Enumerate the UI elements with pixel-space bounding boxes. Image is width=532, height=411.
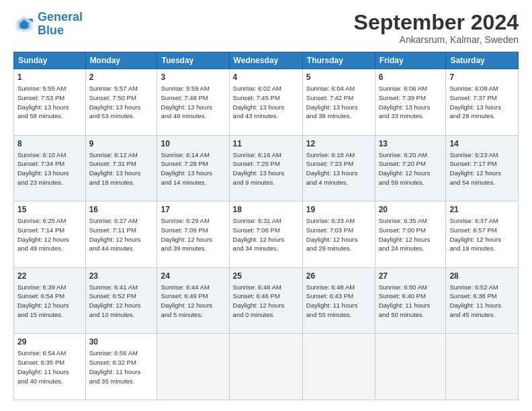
calendar-day-cell: 5Sunrise: 6:04 AM Sunset: 7:42 PM Daylig… [302, 69, 375, 136]
day-number: 28 [449, 271, 515, 282]
day-info: Sunrise: 5:59 AM Sunset: 7:48 PM Dayligh… [161, 84, 225, 121]
day-info: Sunrise: 6:52 AM Sunset: 6:38 PM Dayligh… [449, 283, 515, 320]
day-number: 19 [306, 204, 371, 216]
day-number: 18 [233, 204, 299, 216]
day-number: 29 [17, 336, 82, 348]
header-friday: Friday [375, 52, 446, 69]
calendar-day-cell: 28Sunrise: 6:52 AM Sunset: 6:38 PM Dayli… [446, 267, 519, 334]
calendar-day-cell: 2Sunrise: 5:57 AM Sunset: 7:50 PM Daylig… [85, 69, 157, 136]
day-info: Sunrise: 6:29 AM Sunset: 7:09 PM Dayligh… [161, 216, 225, 253]
header-saturday: Saturday [446, 52, 519, 69]
day-info: Sunrise: 6:37 AM Sunset: 6:57 PM Dayligh… [449, 216, 515, 253]
calendar-day-cell: 16Sunrise: 6:27 AM Sunset: 7:11 PM Dayli… [85, 201, 157, 268]
day-number: 22 [17, 271, 82, 282]
header-tuesday: Tuesday [157, 52, 229, 69]
calendar-day-cell: 30Sunrise: 6:56 AM Sunset: 6:32 PM Dayli… [85, 334, 157, 400]
day-number: 12 [306, 138, 371, 150]
calendar-day-cell: 3Sunrise: 5:59 AM Sunset: 7:48 PM Daylig… [157, 69, 229, 136]
calendar-day-cell: 10Sunrise: 6:14 AM Sunset: 7:28 PM Dayli… [157, 135, 229, 201]
day-info: Sunrise: 6:08 AM Sunset: 7:37 PM Dayligh… [449, 84, 515, 121]
day-number: 30 [89, 336, 154, 348]
day-info: Sunrise: 6:18 AM Sunset: 7:23 PM Dayligh… [306, 150, 371, 187]
logo-line2: Blue [38, 24, 64, 37]
day-info: Sunrise: 6:14 AM Sunset: 7:28 PM Dayligh… [161, 150, 225, 187]
calendar-week-row: 22Sunrise: 6:39 AM Sunset: 6:54 PM Dayli… [14, 267, 519, 334]
day-number: 21 [449, 204, 515, 216]
day-info: Sunrise: 6:56 AM Sunset: 6:32 PM Dayligh… [89, 349, 154, 385]
day-info: Sunrise: 6:16 AM Sunset: 7:25 PM Dayligh… [233, 150, 299, 187]
month-title: September 2024 [354, 11, 519, 34]
calendar-week-row: 8Sunrise: 6:10 AM Sunset: 7:34 PM Daylig… [14, 135, 519, 201]
day-number: 27 [379, 271, 443, 282]
location: Ankarsrum, Kalmar, Sweden [354, 34, 519, 45]
header-thursday: Thursday [302, 52, 375, 69]
day-number: 2 [89, 72, 154, 83]
calendar-day-cell: 11Sunrise: 6:16 AM Sunset: 7:25 PM Dayli… [229, 135, 302, 201]
day-number: 20 [379, 204, 443, 216]
calendar-day-cell: 20Sunrise: 6:35 AM Sunset: 7:00 PM Dayli… [375, 201, 446, 268]
day-info: Sunrise: 6:39 AM Sunset: 6:54 PM Dayligh… [17, 283, 82, 320]
calendar-day-cell: 25Sunrise: 6:46 AM Sunset: 6:46 PM Dayli… [229, 267, 302, 334]
logo-icon [13, 13, 35, 35]
calendar-day-cell: 19Sunrise: 6:33 AM Sunset: 7:03 PM Dayli… [302, 201, 375, 268]
day-info: Sunrise: 6:23 AM Sunset: 7:17 PM Dayligh… [449, 150, 515, 187]
calendar-day-cell: 12Sunrise: 6:18 AM Sunset: 7:23 PM Dayli… [302, 135, 375, 201]
calendar-week-row: 29Sunrise: 6:54 AM Sunset: 6:35 PM Dayli… [14, 334, 519, 400]
calendar-table: Sunday Monday Tuesday Wednesday Thursday… [13, 52, 519, 400]
logo: General Blue [13, 11, 83, 38]
weekday-header-row: Sunday Monday Tuesday Wednesday Thursday… [14, 52, 519, 69]
day-number: 17 [161, 204, 225, 216]
calendar-day-cell [302, 334, 375, 400]
day-number: 24 [161, 271, 225, 282]
day-number: 1 [17, 72, 82, 83]
day-info: Sunrise: 6:41 AM Sunset: 6:52 PM Dayligh… [89, 283, 154, 320]
calendar-week-row: 15Sunrise: 6:25 AM Sunset: 7:14 PM Dayli… [14, 201, 519, 268]
header: General Blue September 2024 Ankarsrum, K… [13, 11, 519, 45]
day-info: Sunrise: 6:33 AM Sunset: 7:03 PM Dayligh… [306, 216, 371, 253]
day-number: 16 [89, 204, 154, 216]
calendar-day-cell: 24Sunrise: 6:44 AM Sunset: 6:49 PM Dayli… [157, 267, 229, 334]
day-number: 3 [161, 72, 225, 83]
day-number: 5 [306, 72, 371, 83]
day-number: 7 [449, 72, 515, 83]
day-info: Sunrise: 6:31 AM Sunset: 7:06 PM Dayligh… [233, 216, 299, 253]
day-info: Sunrise: 6:06 AM Sunset: 7:39 PM Dayligh… [379, 84, 443, 121]
title-block: September 2024 Ankarsrum, Kalmar, Sweden [354, 11, 519, 45]
calendar-day-cell: 18Sunrise: 6:31 AM Sunset: 7:06 PM Dayli… [229, 201, 302, 268]
day-number: 25 [233, 271, 299, 282]
calendar-day-cell: 6Sunrise: 6:06 AM Sunset: 7:39 PM Daylig… [375, 69, 446, 136]
day-info: Sunrise: 6:12 AM Sunset: 7:31 PM Dayligh… [89, 150, 154, 187]
calendar-day-cell [375, 334, 446, 400]
day-number: 4 [233, 72, 299, 83]
day-info: Sunrise: 6:50 AM Sunset: 6:40 PM Dayligh… [379, 283, 443, 320]
calendar-day-cell: 22Sunrise: 6:39 AM Sunset: 6:54 PM Dayli… [14, 267, 86, 334]
calendar-day-cell: 7Sunrise: 6:08 AM Sunset: 7:37 PM Daylig… [446, 69, 519, 136]
day-number: 13 [379, 138, 443, 150]
day-number: 10 [161, 138, 225, 150]
day-number: 6 [379, 72, 443, 83]
calendar-day-cell: 17Sunrise: 6:29 AM Sunset: 7:09 PM Dayli… [157, 201, 229, 268]
calendar-day-cell [229, 334, 302, 400]
day-number: 26 [306, 271, 371, 282]
day-info: Sunrise: 6:20 AM Sunset: 7:20 PM Dayligh… [379, 150, 443, 187]
calendar-day-cell: 26Sunrise: 6:48 AM Sunset: 6:43 PM Dayli… [302, 267, 375, 334]
calendar-day-cell: 21Sunrise: 6:37 AM Sunset: 6:57 PM Dayli… [446, 201, 519, 268]
calendar-week-row: 1Sunrise: 5:55 AM Sunset: 7:53 PM Daylig… [14, 69, 519, 136]
header-monday: Monday [85, 52, 157, 69]
day-info: Sunrise: 5:57 AM Sunset: 7:50 PM Dayligh… [89, 84, 154, 121]
day-info: Sunrise: 6:04 AM Sunset: 7:42 PM Dayligh… [306, 84, 371, 121]
calendar-day-cell [446, 334, 519, 400]
day-info: Sunrise: 6:46 AM Sunset: 6:46 PM Dayligh… [233, 283, 299, 320]
calendar-day-cell: 1Sunrise: 5:55 AM Sunset: 7:53 PM Daylig… [14, 69, 86, 136]
logo-line1: General [38, 10, 83, 24]
day-number: 15 [17, 204, 82, 216]
day-number: 9 [89, 138, 154, 150]
header-wednesday: Wednesday [229, 52, 302, 69]
page: General Blue September 2024 Ankarsrum, K… [0, 0, 532, 411]
logo-text: General Blue [38, 11, 83, 38]
day-info: Sunrise: 6:25 AM Sunset: 7:14 PM Dayligh… [17, 216, 82, 253]
day-number: 11 [233, 138, 299, 150]
day-info: Sunrise: 6:48 AM Sunset: 6:43 PM Dayligh… [306, 283, 371, 320]
day-number: 8 [17, 138, 82, 150]
day-number: 23 [89, 271, 154, 282]
